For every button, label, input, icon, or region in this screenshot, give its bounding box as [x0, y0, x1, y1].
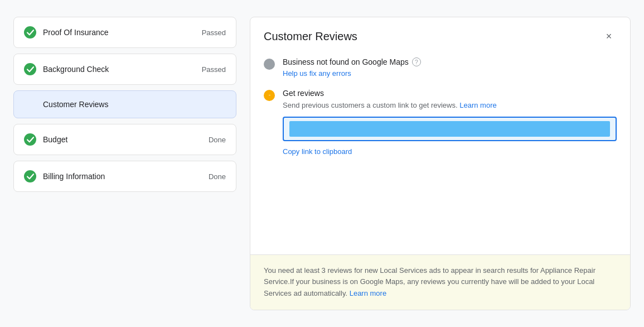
item-status-budget: Done [209, 136, 226, 144]
get-reviews-title: Get reviews [283, 89, 617, 98]
check-icon-budget [24, 133, 36, 146]
left-panel: Proof Of Insurance Passed Background Che… [13, 17, 236, 310]
review-link-input[interactable] [289, 121, 610, 137]
google-maps-section: Business not found on Google Maps ? Help… [264, 57, 617, 78]
get-reviews-section: Get reviews Send previous customers a cu… [264, 89, 617, 158]
get-reviews-desc: Send previous customers a custom link to… [283, 100, 617, 111]
panel-header: Customer Reviews × [250, 17, 630, 53]
checklist-item-customer-reviews[interactable]: Customer Reviews [13, 90, 236, 118]
status-dot-orange [264, 90, 275, 101]
get-reviews-content: Get reviews Send previous customers a cu… [283, 89, 617, 158]
check-icon-proof-of-insurance [24, 26, 36, 39]
panel-title: Customer Reviews [264, 30, 357, 43]
google-maps-title: Business not found on Google Maps ? [283, 57, 617, 66]
checklist-item-proof-of-insurance[interactable]: Proof Of Insurance Passed [13, 17, 236, 48]
learn-more-link-notice[interactable]: Learn more [350, 289, 386, 297]
learn-more-link-reviews[interactable]: Learn more [459, 101, 496, 109]
item-status-billing-information: Done [209, 172, 226, 181]
link-input-wrapper [283, 117, 617, 141]
item-label-background-check: Background Check [43, 65, 195, 74]
panel-content: Business not found on Google Maps ? Help… [250, 53, 630, 254]
right-panel: Customer Reviews × Business not found on… [250, 17, 631, 310]
item-status-background-check: Passed [202, 65, 226, 74]
checklist-item-billing-information[interactable]: Billing Information Done [13, 161, 236, 192]
checklist-item-background-check[interactable]: Background Check Passed [13, 54, 236, 85]
check-icon-billing-information [24, 170, 36, 182]
item-label-budget: Budget [43, 135, 202, 144]
checklist-item-budget[interactable]: Budget Done [13, 124, 236, 155]
status-dot-gray [264, 59, 275, 70]
item-status-proof-of-insurance: Passed [202, 28, 226, 37]
item-label-customer-reviews: Customer Reviews [43, 100, 226, 109]
bottom-notice: You need at least 3 reviews for new Loca… [250, 254, 630, 310]
item-label-billing-information: Billing Information [43, 172, 202, 181]
google-maps-content: Business not found on Google Maps ? Help… [283, 57, 617, 78]
fix-errors-link[interactable]: Help us fix any errors [283, 69, 351, 78]
item-label-proof-of-insurance: Proof Of Insurance [43, 28, 195, 37]
copy-link-button[interactable]: Copy link to clipboard [283, 147, 352, 156]
check-icon-background-check [24, 63, 36, 75]
close-button[interactable]: × [601, 28, 617, 44]
help-icon[interactable]: ? [412, 57, 421, 66]
